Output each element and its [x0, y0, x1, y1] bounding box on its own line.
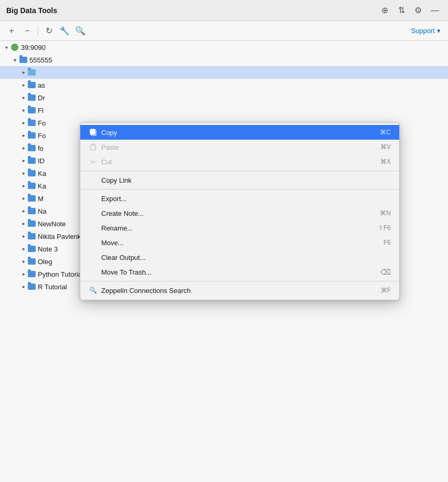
tree-arrow-id[interactable]: ▾ [19, 156, 27, 165]
folder-icon-as [27, 81, 36, 89]
tree-label-555555: 555555 [29, 56, 52, 64]
context-menu-clearoutput[interactable]: Clear Output... [80, 250, 399, 265]
tree-item-connection[interactable]: ▾ 39:9090 [0, 41, 448, 54]
folder-icon-rtutorial [27, 282, 36, 291]
folder-icon-newnote [27, 219, 36, 228]
connection-icon [10, 43, 19, 51]
tree-label-m: M [38, 195, 44, 203]
context-menu-createnote-label: Create Note... [101, 209, 144, 217]
tree-arrow-ka1[interactable]: ▾ [19, 169, 27, 177]
context-menu-paste[interactable]: Paste ⌘V [80, 140, 399, 154]
tree-item-dr[interactable]: ▾ Dr [0, 91, 448, 104]
context-menu-zeppelin-shortcut: ⌘F [381, 287, 391, 294]
folder-icon-555555 [19, 56, 27, 64]
folder-icon-fo1 [27, 119, 36, 127]
export-icon-placeholder [89, 194, 97, 203]
context-menu-zeppelin-label: Zeppelin Connections Search [101, 287, 191, 295]
context-menu-export[interactable]: Export... [80, 191, 399, 206]
paste-icon [89, 143, 97, 151]
refresh-button[interactable]: ↻ [41, 24, 56, 38]
tree-item-fl[interactable]: ▾ Fl [0, 104, 448, 117]
tree-label-dr: Dr [38, 94, 45, 102]
context-menu-trash[interactable]: Move To Trash... ⌫ [80, 265, 399, 279]
sort-icon[interactable]: ⇅ [394, 4, 408, 17]
tree-label-ka1: Ka [38, 170, 46, 177]
context-menu-clearoutput-left: Clear Output... [89, 253, 146, 261]
tree-arrow-555555[interactable]: ▾ [10, 56, 19, 64]
settings-button[interactable]: 🔧 [57, 24, 72, 38]
context-menu-paste-left: Paste [89, 143, 119, 151]
remove-button[interactable]: − [20, 24, 35, 38]
tree-arrow-selected[interactable]: ▾ [19, 68, 27, 77]
tree-label-fo3: fo [38, 144, 44, 152]
context-menu-copy[interactable]: Copy ⌘C [80, 125, 399, 140]
support-chevron-icon: ▾ [437, 27, 441, 35]
context-menu-zeppelin-left: 🔍 Zeppelin Connections Search [89, 286, 191, 295]
folder-icon-nikita [27, 232, 36, 240]
tree-arrow-python[interactable]: ▾ [19, 270, 27, 278]
tree-arrow-nikita[interactable]: ▾ [19, 232, 27, 240]
tree-arrow-fl[interactable]: ▾ [19, 106, 27, 114]
search-icon: 🔍 [89, 286, 97, 295]
context-menu-copy-left: Copy [89, 128, 117, 137]
minimize-icon[interactable]: — [428, 4, 442, 17]
tree-item-as[interactable]: ▾ as [0, 79, 448, 91]
tree-label-note3: Note 3 [38, 245, 58, 253]
folder-icon-note3 [27, 245, 36, 253]
tree-arrow-connection[interactable]: ▾ [2, 43, 10, 51]
context-menu-cut-left: ✂ Cut [89, 158, 112, 166]
tree-label-fo1: Fo [38, 119, 46, 127]
tree-arrow-na[interactable]: ▾ [19, 207, 27, 215]
tree-label-newnote: NewNote [38, 220, 66, 228]
settings-icon[interactable]: ⚙ [411, 4, 425, 17]
context-menu-trash-left: Move To Trash... [89, 268, 152, 276]
tree-arrow-fo3[interactable]: ▾ [19, 144, 27, 152]
tree-arrow-note3[interactable]: ▾ [19, 245, 27, 253]
context-menu-createnote-shortcut: ⌘N [380, 209, 391, 217]
context-menu-copylink-label: Copy Link [101, 176, 132, 184]
title-bar: Big Data Tools ⊕ ⇅ ⚙ — [0, 0, 448, 21]
tree-arrow-fo1[interactable]: ▾ [19, 119, 27, 127]
tree-arrow-fo2[interactable]: ▾ [19, 131, 27, 140]
context-menu-copylink-left: Copy Link [89, 176, 132, 184]
tree-label-ka2: Ka [38, 182, 46, 190]
context-menu-zeppelin[interactable]: 🔍 Zeppelin Connections Search ⌘F [80, 283, 399, 298]
folder-icon-python [27, 270, 36, 278]
context-menu-rename-left: Rename... [89, 224, 133, 232]
tree-label-id: ID [38, 157, 45, 165]
context-menu-move-shortcut: F6 [383, 239, 391, 246]
tree-arrow-oleg[interactable]: ▾ [19, 257, 27, 266]
move-icon-placeholder [89, 238, 97, 247]
context-menu-copylink[interactable]: Copy Link [80, 173, 399, 187]
app-title: Big Data Tools [6, 6, 57, 15]
tree-arrow-newnote[interactable]: ▾ [19, 219, 27, 228]
context-menu-paste-shortcut: ⌘V [380, 143, 391, 151]
tree-arrow-dr[interactable]: ▾ [19, 93, 27, 102]
context-menu-createnote[interactable]: Create Note... ⌘N [80, 206, 399, 221]
tree-item-selected[interactable]: ▾ [0, 66, 448, 79]
context-menu-cut[interactable]: ✂ Cut ⌘X [80, 154, 399, 169]
context-menu-copy-shortcut: ⌘C [380, 129, 391, 136]
add-button[interactable]: + [4, 24, 19, 38]
tree-arrow-rtutorial[interactable]: ▾ [19, 282, 27, 291]
toolbar: + − ↻ 🔧 🔍 Support ▾ [0, 21, 448, 41]
tree-item-555555[interactable]: ▾ 555555 [0, 54, 448, 66]
scissors-icon: ✂ [89, 158, 97, 166]
support-label: Support [411, 27, 435, 35]
copylink-icon-placeholder [89, 176, 97, 184]
tree-arrow-ka2[interactable]: ▾ [19, 182, 27, 190]
folder-icon-selected [27, 68, 36, 77]
toolbar-separator-1 [38, 26, 38, 36]
folder-icon-ka2 [27, 182, 36, 190]
folder-icon-m [27, 194, 36, 203]
context-menu-rename[interactable]: Rename... ⇧F6 [80, 221, 399, 235]
search-button[interactable]: 🔍 [73, 24, 88, 38]
add-connection-icon[interactable]: ⊕ [378, 4, 391, 17]
support-button[interactable]: Support ▾ [408, 25, 444, 37]
tree-arrow-m[interactable]: ▾ [19, 194, 27, 203]
context-menu-copy-label: Copy [101, 129, 117, 137]
tree-arrow-as[interactable]: ▾ [19, 81, 27, 89]
folder-icon-ka1 [27, 169, 36, 177]
tree-label-rtutorial: R Tutorial [38, 283, 67, 291]
context-menu-move[interactable]: Move... F6 [80, 235, 399, 250]
